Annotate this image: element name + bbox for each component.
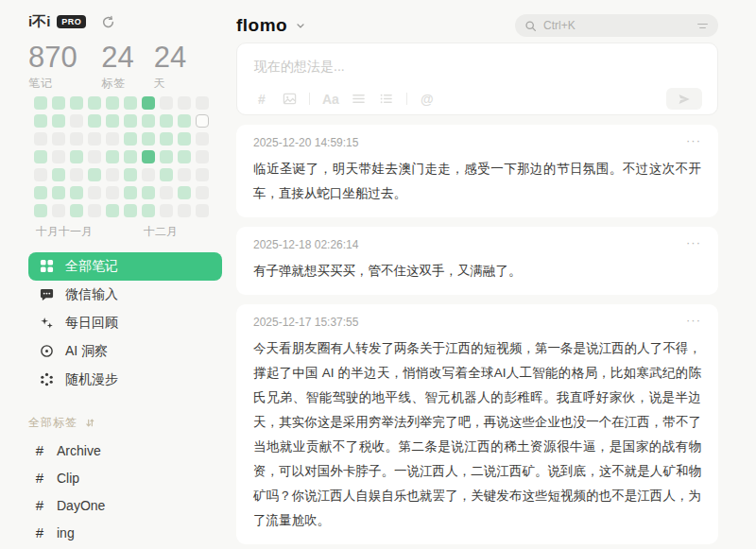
search-input[interactable]: Ctrl+K: [515, 14, 718, 37]
heatmap-cell[interactable]: [124, 132, 137, 146]
image-icon[interactable]: [282, 92, 297, 107]
heatmap-cell[interactable]: [34, 186, 47, 199]
heatmap-cell[interactable]: [178, 132, 191, 146]
heatmap-cell[interactable]: [196, 150, 209, 163]
toolbar-divider: [406, 93, 407, 105]
heatmap-cell[interactable]: [196, 168, 209, 181]
heatmap-cell[interactable]: [196, 132, 209, 146]
heatmap-cell[interactable]: [142, 96, 155, 110]
tag-item[interactable]: #DayOne: [28, 491, 227, 519]
heatmap-cell[interactable]: [124, 150, 137, 163]
heatmap-cell[interactable]: [88, 114, 101, 128]
workspace-switcher[interactable]: flomo: [236, 15, 306, 36]
list-icon[interactable]: [352, 92, 367, 107]
sidebar-item[interactable]: 每日回顾: [28, 309, 222, 337]
heatmap-cell[interactable]: [34, 204, 47, 217]
heatmap-cell[interactable]: [52, 114, 65, 128]
notes-list: 2025-12-20 14:59:15···临近圣诞了，明天带娃去澳门走走，感受…: [236, 125, 718, 549]
heatmap-cell[interactable]: [124, 114, 137, 128]
heatmap-cell[interactable]: [34, 114, 47, 128]
heatmap-cell[interactable]: [34, 150, 47, 163]
heatmap-cell[interactable]: [142, 204, 155, 217]
tag-item[interactable]: #ing: [28, 519, 227, 546]
heatmap-cell[interactable]: [124, 96, 137, 110]
heatmap-cell[interactable]: [70, 150, 83, 163]
heatmap-cell[interactable]: [106, 204, 119, 217]
sidebar-item[interactable]: 全部笔记: [28, 252, 222, 281]
heatmap-cell[interactable]: [52, 186, 65, 199]
refresh-icon[interactable]: [101, 15, 115, 29]
heatmap-cell[interactable]: [88, 96, 101, 110]
heatmap-cell[interactable]: [142, 186, 155, 199]
heatmap-cell[interactable]: [160, 150, 173, 163]
heatmap-cell[interactable]: [70, 186, 83, 199]
heatmap-cell[interactable]: [124, 204, 137, 217]
sort-icon[interactable]: [85, 418, 95, 428]
editor-placeholder[interactable]: 现在的想法是...: [254, 59, 702, 76]
ellipsis-menu-icon[interactable]: ···: [686, 238, 701, 248]
heatmap-cell[interactable]: [196, 204, 209, 217]
heatmap-cell[interactable]: [160, 186, 173, 199]
heatmap-cell[interactable]: [160, 114, 173, 128]
heatmap-cell[interactable]: [70, 114, 83, 128]
heatmap-cell[interactable]: [52, 168, 65, 181]
tag-item[interactable]: #Archive: [28, 437, 227, 464]
heatmap-cell[interactable]: [196, 96, 209, 110]
tag-item[interactable]: #Clip: [28, 464, 227, 491]
heatmap-cell[interactable]: [178, 186, 191, 199]
heatmap-cell[interactable]: [178, 168, 191, 181]
user-name[interactable]: i不i: [28, 13, 50, 31]
heatmap-cell[interactable]: [142, 132, 155, 146]
heatmap-cell[interactable]: [106, 96, 119, 110]
hash-icon[interactable]: #: [254, 92, 269, 107]
heatmap-cell[interactable]: [88, 186, 101, 199]
heatmap-cell[interactable]: [34, 96, 47, 110]
heatmap-cell[interactable]: [142, 168, 155, 181]
heatmap-cell[interactable]: [160, 204, 173, 217]
heatmap-cell[interactable]: [52, 96, 65, 110]
heatmap-cell[interactable]: [88, 132, 101, 146]
heatmap-cell[interactable]: [124, 186, 137, 199]
heatmap-cell[interactable]: [70, 168, 83, 181]
heatmap-cell[interactable]: [88, 204, 101, 217]
heatmap-cell[interactable]: [106, 150, 119, 163]
stat-block: 870笔记: [28, 42, 101, 89]
activity-heatmap[interactable]: [34, 96, 227, 217]
heatmap-cell[interactable]: [70, 132, 83, 146]
heatmap-cell[interactable]: [106, 114, 119, 128]
ellipsis-menu-icon[interactable]: ···: [686, 316, 701, 325]
heatmap-cell[interactable]: [160, 168, 173, 181]
sidebar-item[interactable]: AI 洞察: [28, 337, 222, 366]
heatmap-cell[interactable]: [106, 168, 119, 181]
heatmap-cell[interactable]: [70, 96, 83, 110]
heatmap-cell[interactable]: [34, 132, 47, 146]
heatmap-cell[interactable]: [178, 96, 191, 110]
ellipsis-menu-icon[interactable]: ···: [686, 136, 701, 146]
heatmap-cell[interactable]: [106, 132, 119, 146]
heatmap-cell[interactable]: [34, 168, 47, 181]
heatmap-cell[interactable]: [196, 186, 209, 199]
heatmap-cell[interactable]: [52, 150, 65, 163]
heatmap-cell[interactable]: [52, 132, 65, 146]
heatmap-cell[interactable]: [196, 114, 209, 128]
sidebar-item[interactable]: 微信输入: [28, 281, 222, 309]
heatmap-cell[interactable]: [160, 96, 173, 110]
heatmap-cell[interactable]: [178, 204, 191, 217]
send-icon[interactable]: [666, 88, 702, 110]
heatmap-cell[interactable]: [124, 168, 137, 181]
mention-icon[interactable]: @: [420, 92, 435, 107]
bullet-list-icon[interactable]: [379, 92, 394, 107]
heatmap-cell[interactable]: [88, 150, 101, 163]
heatmap-cell[interactable]: [142, 150, 155, 163]
sidebar-item[interactable]: 随机漫步: [28, 366, 222, 394]
font-icon[interactable]: Aa: [322, 92, 339, 107]
heatmap-cell[interactable]: [142, 114, 155, 128]
heatmap-cell[interactable]: [178, 150, 191, 163]
heatmap-cell[interactable]: [178, 114, 191, 128]
filter-icon[interactable]: [696, 20, 709, 32]
heatmap-cell[interactable]: [70, 204, 83, 217]
heatmap-cell[interactable]: [106, 186, 119, 199]
heatmap-cell[interactable]: [160, 132, 173, 146]
heatmap-cell[interactable]: [52, 204, 65, 217]
heatmap-cell[interactable]: [88, 168, 101, 181]
